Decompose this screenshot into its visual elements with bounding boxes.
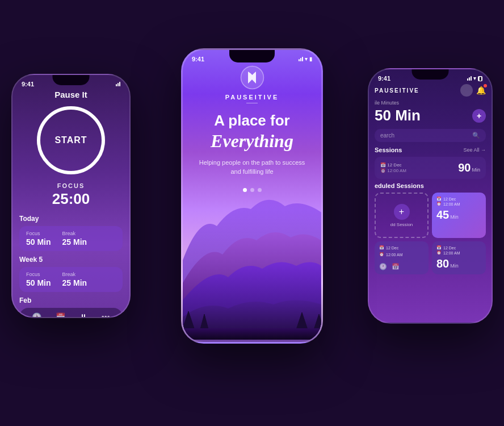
bell-container: 🔔 [476, 85, 486, 95]
center-battery-icon: ▮ [309, 56, 312, 62]
search-icon: 🔍 [472, 132, 480, 139]
tagline-script: Everything [194, 131, 310, 151]
center-signal [299, 57, 303, 61]
session-time-text: ⏰ 12:00 AM [380, 168, 406, 173]
right-phone: 9:41 ▾ ▮ PAUSEITIVE 🔔 ile Minutes 50 [368, 68, 493, 324]
search-bar[interactable]: earch 🔍 [375, 129, 486, 142]
sched-time-1: ⏰ 12:00 AM [436, 202, 481, 206]
left-bottom-nav: 🕐 📅 ⏸ ••• [19, 308, 123, 318]
today-focus-value: 50 Min [26, 237, 51, 247]
sched-time-3: ⏰ 12:00 AM [436, 250, 481, 255]
left-content: Pause It START FOCUS 25:00 Today Focus 5… [12, 90, 129, 318]
session-duration: 90 [458, 161, 471, 174]
plus-button[interactable]: + [472, 109, 486, 123]
right-time: 9:41 [378, 75, 390, 82]
pause-nav-icon[interactable]: ⏸ [79, 312, 87, 318]
session-date-info: 📅 12 Dec ⏰ 12:00 AM [380, 162, 406, 173]
left-notch [53, 75, 90, 85]
center-phone: 9:41 ▾ ▮ [181, 48, 323, 344]
week-break-value: 25 Min [62, 278, 87, 287]
today-focus-label: Focus [26, 231, 51, 236]
week-session-card: Focus 50 Min Break 25 Min [19, 267, 123, 292]
right-app-name: PAUSEITIVE [375, 87, 419, 94]
session-item: 📅 12 Dec ⏰ 12:00 AM 90 Min [375, 157, 486, 179]
center-wifi-icon: ▾ [305, 56, 308, 62]
left-app-title: Pause It [19, 90, 123, 99]
session-date: 📅 12 Dec [380, 162, 406, 168]
timer-ring-container: START [19, 106, 123, 174]
center-notch [229, 50, 275, 62]
week-label: Week 5 [19, 256, 123, 264]
add-session-label: dd Session [390, 222, 413, 227]
session-item-row: 📅 12 Dec ⏰ 12:00 AM 90 Min [380, 161, 480, 174]
right-battery-icon: ▮ [478, 76, 482, 81]
right-header: PAUSEITIVE 🔔 [375, 84, 486, 97]
dot-3[interactable] [258, 188, 262, 192]
moon-icon[interactable] [460, 84, 473, 97]
sched-date-1: 📅 12 Dec [436, 197, 481, 201]
minutes-row: 50 Min + [375, 107, 486, 124]
week-break-stat: Break 25 Min [62, 272, 87, 287]
sched-date-3: 📅 12 Dec [436, 245, 481, 250]
sessions-header: Sessions See All → [375, 147, 486, 153]
center-time: 9:41 [192, 56, 204, 62]
dot-2[interactable] [250, 188, 254, 192]
center-top-content: PAUSEITIVE A place for Everything Helpin… [183, 65, 321, 192]
left-time: 9:41 [22, 81, 34, 87]
svg-rect-0 [183, 328, 323, 340]
right-notch [412, 69, 449, 80]
left-status-icons [116, 82, 120, 86]
right-wifi-icon: ▾ [473, 76, 476, 81]
pagination-dots [194, 188, 310, 192]
focus-time: 25:00 [19, 190, 123, 208]
right-content: PAUSEITIVE 🔔 ile Minutes 50 Min + earch … [369, 84, 492, 274]
clock-nav-icon[interactable]: 🕐 [32, 312, 41, 318]
today-break-stat: Break 25 Min [62, 231, 87, 247]
session-unit: Min [472, 167, 480, 173]
sched-date-2: 📅 12 Dec [379, 245, 424, 250]
sessions-label: Sessions [375, 147, 402, 153]
logo-name: PAUSEITIVE [225, 94, 279, 101]
clock-icon-2: 🕐 [379, 263, 387, 270]
subtitle: Helping people on the path to success an… [194, 158, 310, 177]
search-placeholder: earch [380, 132, 472, 139]
session-duration-container: 90 Min [458, 161, 480, 174]
notification-dot [484, 84, 487, 87]
calendar-nav-icon[interactable]: 📅 [56, 312, 65, 318]
tagline-main: A place for [194, 112, 310, 129]
right-status-icons: ▾ ▮ [467, 76, 482, 81]
minutes-value: 50 Min [375, 107, 421, 124]
add-circle-icon: + [394, 204, 410, 220]
sched-card-2[interactable]: 📅 12 Dec ⏰ 12:00 AM 🕐 📅 [375, 241, 429, 274]
sched-bottom-nav-2: 🕐 📅 [379, 263, 424, 270]
sched-time-2: ⏰ 12:00 AM [379, 252, 424, 257]
today-session-card: Focus 50 Min Break 25 Min [19, 226, 123, 251]
week-focus-value: 50 Min [26, 278, 51, 287]
add-session-card[interactable]: + dd Session [375, 193, 429, 238]
see-all-link[interactable]: See All → [463, 147, 486, 153]
left-phone: 9:41 Pause It START FOCUS 25:00 Today Fo… [11, 74, 131, 318]
center-status-icons: ▾ ▮ [299, 56, 312, 62]
sched-card-1[interactable]: 📅 12 Dec ⏰ 12:00 AM 45 Min [432, 193, 486, 238]
today-focus-stat: Focus 50 Min [26, 231, 51, 247]
dot-1[interactable] [243, 188, 247, 192]
logo-divider [246, 103, 258, 103]
scheduled-header: eduled Sessions [375, 182, 486, 189]
scheduled-grid: + dd Session 📅 12 Dec ⏰ 12:00 AM 45 Min [375, 193, 486, 274]
today-break-label: Break [62, 231, 87, 236]
week-focus-label: Focus [26, 272, 51, 277]
more-nav-icon[interactable]: ••• [102, 312, 110, 318]
start-button[interactable]: START [54, 135, 87, 145]
scheduled-label: eduled Sessions [375, 182, 424, 189]
right-header-icons: 🔔 [460, 84, 486, 97]
sched-card-3[interactable]: 📅 12 Dec ⏰ 12:00 AM 80 Min [432, 241, 486, 274]
today-break-value: 25 Min [62, 237, 87, 247]
today-label: Today [19, 215, 123, 223]
cal-icon-2: 📅 [392, 263, 400, 270]
week-break-label: Break [62, 272, 87, 277]
month-label: Feb [19, 296, 123, 304]
minutes-sublabel: ile Minutes [375, 100, 486, 106]
focus-label: FOCUS [19, 182, 123, 189]
right-signal [467, 76, 472, 81]
sched-duration-3: 80 Min [436, 257, 481, 270]
